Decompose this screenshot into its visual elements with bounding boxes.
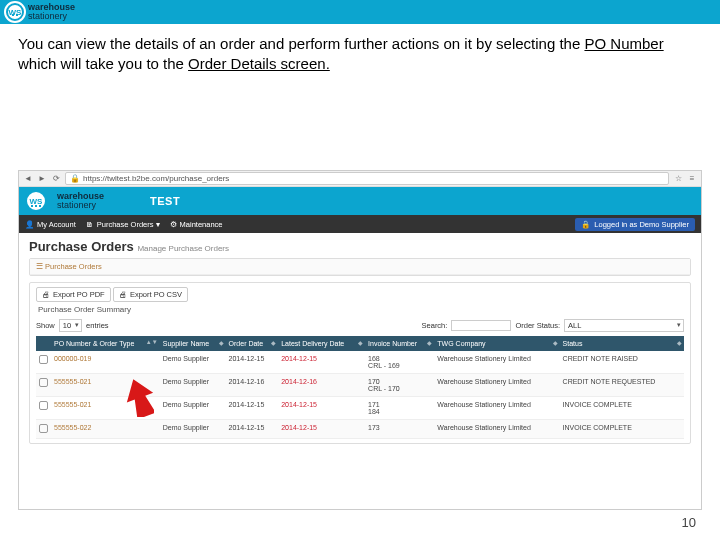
nav-purchase-orders[interactable]: 🗎Purchase Orders ▾ [86,220,160,229]
row-checkbox[interactable] [39,424,48,433]
lock-icon: 🔒 [581,220,590,229]
po-link[interactable]: 000000-019 [54,355,91,362]
summary-title: Purchase Order Summary [38,305,684,314]
cell-twg: Warehouse Stationery Limited [434,397,559,420]
po-panel: ☰ Purchase Orders [29,258,691,276]
cell-deliv-date: 2014-12-15 [278,420,365,439]
cell-supplier: Demo Supplier [160,374,226,397]
cell-deliv-date: 2014-12-15 [278,397,365,420]
export-csv-button[interactable]: 🖨Export PO CSV [113,287,188,302]
status-label: Order Status: [515,321,560,330]
forward-icon[interactable]: ► [37,174,47,184]
show-select[interactable]: 10 [59,319,82,332]
cell-order-date: 2014-12-15 [226,397,279,420]
url-text: https://twltest.b2be.com/purchase_orders [83,174,229,183]
main-nav: 👤My Account 🗎Purchase Orders ▾ ⚙Maintena… [19,215,701,233]
menu-icon[interactable]: ≡ [687,174,697,184]
caption-part-c: which will take you to the [18,55,188,72]
app-brand: warehouse stationery [57,192,104,210]
table-body: 000000-019Demo Supplier2014-12-152014-12… [36,351,684,439]
col-checkbox [36,336,51,351]
cell-twg: Warehouse Stationery Limited [434,374,559,397]
cell-twg: Warehouse Stationery Limited [434,351,559,374]
address-bar: ◄ ► ⟳ 🔒 https://twltest.b2be.com/purchas… [19,171,701,187]
po-table: PO Number & Order Type▲▼ Supplier Name◆ … [36,336,684,439]
col-invoice[interactable]: Invoice Number◆ [365,336,434,351]
table-row: 555555-022Demo Supplier2014-12-152014-12… [36,420,684,439]
cell-status: INVOICE COMPLETE [560,420,684,439]
page-subtitle: Manage Purchase Orders [137,244,229,253]
row-checkbox[interactable] [39,378,48,387]
gear-icon: ⚙ [170,220,177,229]
nav-maintenance[interactable]: ⚙Maintenance [170,220,223,229]
pdf-icon: 🖨 [42,290,50,299]
cell-twg: Warehouse Stationery Limited [434,420,559,439]
col-po[interactable]: PO Number & Order Type▲▼ [51,336,160,351]
cell-invoice: 173 [365,420,434,439]
col-order-date[interactable]: Order Date◆ [226,336,279,351]
cell-deliv-date: 2014-12-16 [278,374,365,397]
content-area: Purchase Orders Manage Purchase Orders ☰… [19,233,701,509]
cell-invoice: 171184 [365,397,434,420]
logged-in-text: Logged in as Demo Supplier [594,220,689,229]
po-link[interactable]: 555555-021 [54,378,91,385]
app-logo: WS [25,190,47,212]
slide-caption: You can view the details of an order and… [0,24,720,73]
table-row: 555555-021Demo Supplier2014-12-152014-12… [36,397,684,420]
caption-part-a: You can view the details of an order and… [18,35,584,52]
brand-line-2: stationery [28,12,75,21]
po-body-panel: 🖨Export PO PDF 🖨Export PO CSV Purchase O… [29,282,691,444]
col-twg[interactable]: TWG Company◆ [434,336,559,351]
doc-icon: 🗎 [86,220,94,229]
cell-invoice: 168CRL - 169 [365,351,434,374]
row-checkbox[interactable] [39,401,48,410]
nav-my-account[interactable]: 👤My Account [25,220,76,229]
col-supplier[interactable]: Supplier Name◆ [160,336,226,351]
page-title-text: Purchase Orders [29,239,134,254]
po-link[interactable]: 555555-021 [54,401,91,408]
reload-icon[interactable]: ⟳ [51,174,61,184]
col-deliv-date[interactable]: Latest Delivery Date◆ [278,336,365,351]
logged-in-badge[interactable]: 🔒 Logged in as Demo Supplier [575,218,695,231]
ws-logo-circle: WS [6,3,24,21]
table-head: PO Number & Order Type▲▼ Supplier Name◆ … [36,336,684,351]
cell-status: CREDIT NOTE REQUESTED [560,374,684,397]
search-input[interactable] [451,320,511,331]
filter-bar: Show 10 entries Search: Order Status: AL… [36,317,684,336]
cell-deliv-date: 2014-12-15 [278,351,365,374]
ws-logo: WS warehouse stationery [6,3,75,21]
cell-supplier: Demo Supplier [160,397,226,420]
export-pdf-button[interactable]: 🖨Export PO PDF [36,287,111,302]
entries-label: entries [86,321,109,330]
cell-order-date: 2014-12-15 [226,351,279,374]
caption-order-details: Order Details screen. [188,55,330,72]
user-icon: 👤 [25,220,34,229]
browser-window: ◄ ► ⟳ 🔒 https://twltest.b2be.com/purchas… [18,170,702,510]
search-label: Search: [422,321,448,330]
table-row: 000000-019Demo Supplier2014-12-152014-12… [36,351,684,374]
caption-po-number: PO Number [584,35,663,52]
show-label: Show [36,321,55,330]
cell-invoice: 170CRL - 170 [365,374,434,397]
url-field[interactable]: 🔒 https://twltest.b2be.com/purchase_orde… [65,172,669,185]
cell-supplier: Demo Supplier [160,420,226,439]
status-select[interactable]: ALL [564,319,684,332]
cell-supplier: Demo Supplier [160,351,226,374]
cell-order-date: 2014-12-16 [226,374,279,397]
cell-status: INVOICE COMPLETE [560,397,684,420]
lock-icon: 🔒 [70,174,80,183]
csv-icon: 🖨 [119,290,127,299]
cell-status: CREDIT NOTE RAISED [560,351,684,374]
env-label: TEST [150,195,180,207]
back-icon[interactable]: ◄ [23,174,33,184]
slide-header: WS warehouse stationery [0,0,720,24]
cell-order-date: 2014-12-15 [226,420,279,439]
star-icon[interactable]: ☆ [673,174,683,184]
col-status[interactable]: Status◆ [560,336,684,351]
panel-header: ☰ Purchase Orders [30,259,690,275]
row-checkbox[interactable] [39,355,48,364]
app-brand-2: stationery [57,201,104,210]
brand-text: warehouse stationery [28,3,75,21]
po-link[interactable]: 555555-022 [54,424,91,431]
app-banner: WS warehouse stationery TEST [19,187,701,215]
